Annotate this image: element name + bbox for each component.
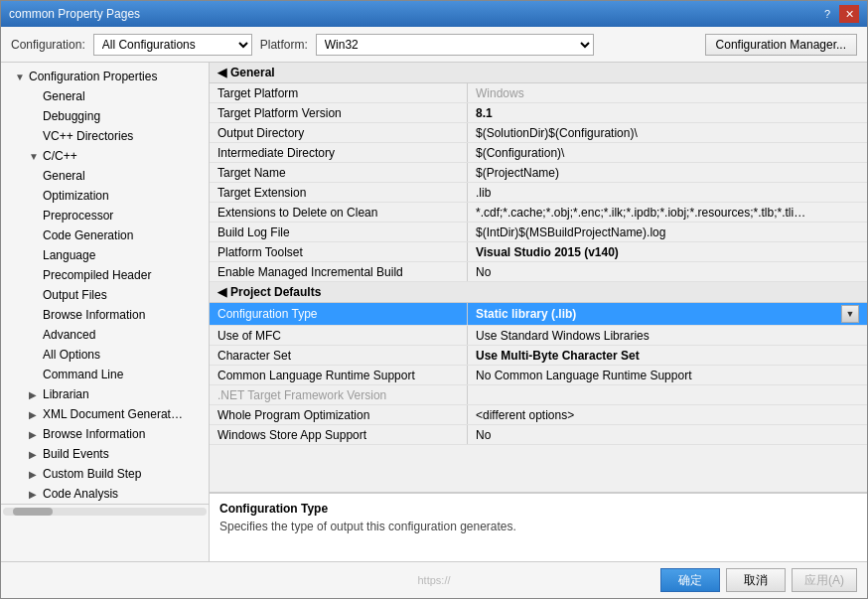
- toggle-icon: ▶: [29, 489, 43, 500]
- sidebar-item-label: Precompiled Header: [43, 268, 151, 282]
- sidebar-item-general[interactable]: General: [1, 88, 209, 104]
- platform-select[interactable]: Win32: [316, 34, 594, 56]
- tree-item-debugging: Debugging: [1, 106, 209, 126]
- prop-value: $(SolutionDir)$(Configuration)\: [468, 123, 867, 142]
- tree-item-precompiled: Precompiled Header: [1, 265, 209, 285]
- section-title: Project Defaults: [230, 285, 321, 299]
- toggle-icon: ▼: [15, 72, 29, 82]
- scrollbar-track: [3, 508, 207, 516]
- config-manager-button[interactable]: Configuration Manager...: [705, 34, 857, 56]
- info-panel: Configuration Type Specifies the type of…: [210, 492, 867, 561]
- sidebar-item-label: Output Files: [43, 288, 107, 302]
- section-toggle: ◀: [217, 285, 226, 299]
- sidebar-item-optimization[interactable]: Optimization: [1, 188, 209, 204]
- section-toggle: ◀: [217, 66, 226, 79]
- sidebar-item-output-files[interactable]: Output Files: [1, 287, 209, 303]
- sidebar-item-librarian[interactable]: ▶ Librarian: [1, 386, 209, 402]
- toggle-icon: ▶: [29, 389, 43, 400]
- apply-button[interactable]: 应用(A): [792, 568, 857, 592]
- sidebar-item-language[interactable]: Language: [1, 247, 209, 263]
- main-content: ▼ Configuration Properties General Debug…: [1, 63, 867, 561]
- sidebar-item-label: Build Events: [43, 447, 109, 461]
- prop-value: Use Standard Windows Libraries: [468, 326, 867, 345]
- sidebar-item-label: Librarian: [43, 387, 89, 401]
- tree-item-build-events: ▶ Build Events: [1, 444, 209, 464]
- toggle-icon: ▶: [29, 449, 43, 460]
- prop-name-config-type: Configuration Type: [210, 303, 468, 325]
- sidebar-item-cpp-general[interactable]: General: [1, 168, 209, 184]
- cancel-button[interactable]: 取消: [726, 568, 786, 592]
- prop-row-clr: Common Language Runtime Support No Commo…: [210, 366, 867, 385]
- prop-row-wpo: Whole Program Optimization <different op…: [210, 405, 867, 425]
- toolbar: Configuration: All Configurations Platfo…: [1, 27, 867, 63]
- prop-name: Intermediate Directory: [210, 143, 468, 162]
- sidebar-item-label: General: [43, 89, 85, 103]
- prop-name: Target Name: [210, 163, 468, 182]
- prop-row-output-dir: Output Directory $(SolutionDir)$(Configu…: [210, 123, 867, 143]
- prop-value: 8.1: [468, 103, 867, 122]
- sidebar-item-config-props[interactable]: ▼ Configuration Properties: [1, 69, 209, 84]
- prop-value: Use Multi-Byte Character Set: [468, 346, 867, 365]
- config-select[interactable]: All Configurations: [93, 34, 252, 56]
- titlebar: common Property Pages ? ✕: [1, 1, 867, 27]
- tree-item-custom-build: ▶ Custom Build Step: [1, 464, 209, 484]
- prop-name: Whole Program Optimization: [210, 405, 468, 424]
- sidebar-item-cpp[interactable]: ▼ C/C++: [1, 148, 209, 164]
- prop-row-charset: Character Set Use Multi-Byte Character S…: [210, 346, 867, 366]
- tree-item-advanced: Advanced: [1, 325, 209, 345]
- scrollbar-thumb: [13, 508, 53, 516]
- sidebar-item-code-analysis[interactable]: ▶ Code Analysis: [1, 486, 209, 502]
- sidebar-item-label: Debugging: [43, 109, 100, 123]
- prop-row-intermediate-dir: Intermediate Directory $(Configuration)\: [210, 143, 867, 163]
- prop-name: Output Directory: [210, 123, 468, 142]
- sidebar-item-build-events[interactable]: ▶ Build Events: [1, 446, 209, 462]
- prop-name: Target Extension: [210, 183, 468, 202]
- close-button[interactable]: ✕: [839, 5, 859, 23]
- prop-name: Target Platform: [210, 83, 468, 102]
- prop-row-config-type[interactable]: Configuration Type Static library (.lib)…: [210, 303, 867, 326]
- sidebar-item-codegen[interactable]: Code Generation: [1, 227, 209, 243]
- sidebar-item-all-options[interactable]: All Options: [1, 347, 209, 363]
- tree-item-librarian: ▶ Librarian: [1, 384, 209, 404]
- sidebar-item-debugging[interactable]: Debugging: [1, 108, 209, 124]
- sidebar-item-xml-doc[interactable]: ▶ XML Document Generat…: [1, 406, 209, 422]
- tree-item-output-files: Output Files: [1, 285, 209, 305]
- tree-item-config-props: ▼ Configuration Properties: [1, 67, 209, 86]
- content-panel: ◀ General Target Platform Windows Target…: [210, 63, 867, 561]
- prop-row-target-platform-ver: Target Platform Version 8.1: [210, 103, 867, 123]
- sidebar-item-preprocessor[interactable]: Preprocessor: [1, 208, 209, 224]
- prop-value: No: [468, 262, 867, 281]
- sidebar-item-advanced[interactable]: Advanced: [1, 327, 209, 343]
- help-button[interactable]: ?: [817, 5, 837, 23]
- info-title: Configuration Type: [219, 502, 857, 516]
- tree-item-cpp-general: General: [1, 166, 209, 186]
- sidebar-item-label: Advanced: [43, 328, 95, 342]
- tree-item-preprocessor: Preprocessor: [1, 206, 209, 225]
- prop-row-platform-toolset: Platform Toolset Visual Studio 2015 (v14…: [210, 242, 867, 262]
- window-title: common Property Pages: [9, 7, 140, 21]
- prop-name: Character Set: [210, 346, 468, 365]
- prop-name: Extensions to Delete on Clean: [210, 203, 468, 222]
- sidebar-item-label: XML Document Generat…: [43, 407, 183, 421]
- sidebar-item-precompiled[interactable]: Precompiled Header: [1, 267, 209, 283]
- tree-item-code-analysis: ▶ Code Analysis: [1, 484, 209, 504]
- toggle-icon: ▶: [29, 409, 43, 420]
- sidebar-scrollbar[interactable]: [1, 504, 209, 518]
- prop-value-config-type: Static library (.lib) ▼: [468, 303, 867, 325]
- prop-row-target-name: Target Name $(ProjectName): [210, 163, 867, 183]
- sidebar-item-label: Code Analysis: [43, 487, 118, 501]
- prop-name: Common Language Runtime Support: [210, 366, 468, 384]
- sidebar-item-label: Optimization: [43, 189, 109, 203]
- sidebar-item-browse-info-cpp[interactable]: Browse Information: [1, 307, 209, 323]
- prop-name: Target Platform Version: [210, 103, 468, 122]
- sidebar-item-label: Custom Build Step: [43, 467, 141, 481]
- sidebar-item-custom-build[interactable]: ▶ Custom Build Step: [1, 466, 209, 482]
- ok-button[interactable]: 确定: [660, 568, 720, 592]
- prop-name: Enable Managed Incremental Build: [210, 262, 468, 281]
- sidebar-item-vcdirs[interactable]: VC++ Directories: [1, 128, 209, 144]
- sidebar-item-browse-info2[interactable]: ▶ Browse Information: [1, 426, 209, 442]
- prop-value: Visual Studio 2015 (v140): [468, 242, 867, 261]
- sidebar-item-command-line[interactable]: Command Line: [1, 367, 209, 382]
- config-type-dropdown[interactable]: ▼: [841, 305, 859, 323]
- toggle-icon: ▶: [29, 429, 43, 440]
